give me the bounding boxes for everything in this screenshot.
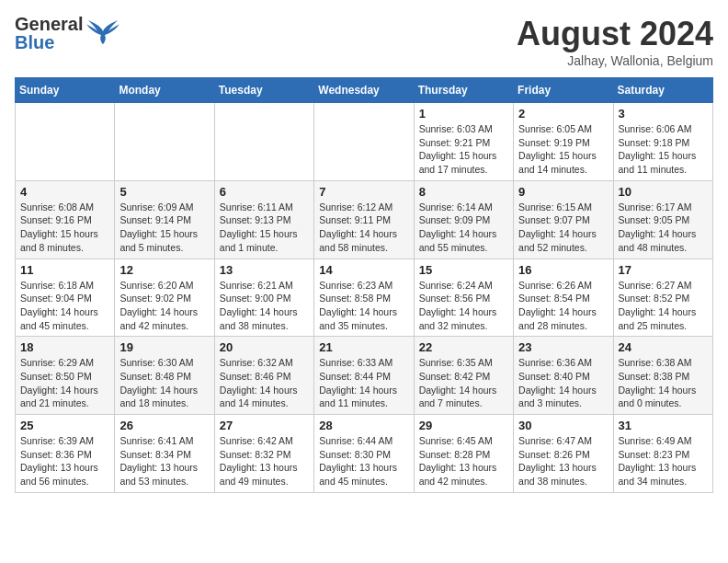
calendar-cell: 15Sunrise: 6:24 AM Sunset: 8:56 PM Dayli… — [414, 259, 513, 337]
week-row-3: 11Sunrise: 6:18 AM Sunset: 9:04 PM Dayli… — [16, 259, 713, 337]
day-number: 9 — [518, 185, 608, 199]
header-row: SundayMondayTuesdayWednesdayThursdayFrid… — [16, 78, 713, 103]
day-number: 12 — [119, 263, 209, 277]
day-info: Sunrise: 6:06 AM Sunset: 9:18 PM Dayligh… — [619, 122, 708, 177]
calendar-cell: 25Sunrise: 6:39 AM Sunset: 8:36 PM Dayli… — [16, 415, 115, 493]
logo-blue: Blue — [15, 33, 83, 52]
calendar-cell: 1Sunrise: 6:03 AM Sunset: 9:21 PM Daylig… — [414, 103, 513, 181]
day-number: 6 — [220, 185, 309, 199]
calendar-cell: 10Sunrise: 6:17 AM Sunset: 9:05 PM Dayli… — [613, 180, 712, 259]
day-number: 16 — [518, 263, 608, 277]
calendar-cell: 22Sunrise: 6:35 AM Sunset: 8:42 PM Dayli… — [414, 337, 513, 415]
calendar-cell: 9Sunrise: 6:15 AM Sunset: 9:07 PM Daylig… — [514, 180, 613, 259]
day-info: Sunrise: 6:08 AM Sunset: 9:16 PM Dayligh… — [20, 201, 109, 255]
day-info: Sunrise: 6:15 AM Sunset: 9:07 PM Dayligh… — [518, 201, 608, 255]
day-number: 15 — [419, 263, 508, 277]
day-number: 29 — [419, 419, 508, 432]
logo-bird-icon — [86, 18, 119, 48]
day-number: 7 — [319, 185, 408, 199]
calendar-cell: 4Sunrise: 6:08 AM Sunset: 9:16 PM Daylig… — [16, 180, 115, 259]
calendar-cell: 29Sunrise: 6:45 AM Sunset: 8:28 PM Dayli… — [414, 415, 513, 493]
page-header: General Blue August 2024 Jalhay, Walloni… — [15, 15, 713, 68]
calendar-cell — [115, 103, 214, 181]
calendar-cell: 13Sunrise: 6:21 AM Sunset: 9:00 PM Dayli… — [214, 259, 313, 337]
day-number: 21 — [319, 340, 408, 354]
calendar-cell: 28Sunrise: 6:44 AM Sunset: 8:30 PM Dayli… — [314, 415, 414, 493]
day-info: Sunrise: 6:38 AM Sunset: 8:38 PM Dayligh… — [619, 356, 708, 410]
day-number: 23 — [518, 340, 608, 354]
calendar-cell: 16Sunrise: 6:26 AM Sunset: 8:54 PM Dayli… — [514, 259, 613, 337]
day-info: Sunrise: 6:41 AM Sunset: 8:34 PM Dayligh… — [119, 434, 209, 488]
day-header-tuesday: Tuesday — [214, 78, 313, 103]
day-info: Sunrise: 6:17 AM Sunset: 9:05 PM Dayligh… — [619, 201, 708, 255]
day-info: Sunrise: 6:49 AM Sunset: 8:23 PM Dayligh… — [619, 434, 708, 488]
day-info: Sunrise: 6:05 AM Sunset: 9:19 PM Dayligh… — [518, 122, 608, 177]
day-info: Sunrise: 6:42 AM Sunset: 8:32 PM Dayligh… — [220, 434, 309, 488]
day-number: 14 — [319, 263, 408, 277]
day-info: Sunrise: 6:27 AM Sunset: 8:52 PM Dayligh… — [619, 279, 708, 333]
day-header-sunday: Sunday — [16, 78, 115, 103]
day-header-friday: Friday — [514, 78, 613, 103]
day-info: Sunrise: 6:21 AM Sunset: 9:00 PM Dayligh… — [220, 279, 309, 333]
calendar-cell: 26Sunrise: 6:41 AM Sunset: 8:34 PM Dayli… — [115, 415, 214, 493]
day-info: Sunrise: 6:23 AM Sunset: 8:58 PM Dayligh… — [319, 279, 408, 333]
day-number: 17 — [619, 263, 708, 277]
day-info: Sunrise: 6:11 AM Sunset: 9:13 PM Dayligh… — [220, 201, 309, 255]
day-number: 13 — [220, 263, 309, 277]
day-number: 28 — [319, 419, 408, 432]
day-number: 24 — [619, 340, 708, 354]
day-info: Sunrise: 6:32 AM Sunset: 8:46 PM Dayligh… — [220, 356, 309, 410]
day-info: Sunrise: 6:36 AM Sunset: 8:40 PM Dayligh… — [518, 356, 608, 410]
calendar-cell — [214, 103, 313, 181]
day-number: 5 — [119, 185, 209, 199]
day-info: Sunrise: 6:47 AM Sunset: 8:26 PM Dayligh… — [518, 434, 608, 488]
day-info: Sunrise: 6:33 AM Sunset: 8:44 PM Dayligh… — [319, 356, 408, 410]
title-area: August 2024 Jalhay, Wallonia, Belgium — [517, 15, 713, 68]
day-info: Sunrise: 6:39 AM Sunset: 8:36 PM Dayligh… — [20, 434, 109, 488]
day-number: 8 — [419, 185, 508, 199]
calendar-cell: 12Sunrise: 6:20 AM Sunset: 9:02 PM Dayli… — [115, 259, 214, 337]
calendar-cell: 5Sunrise: 6:09 AM Sunset: 9:14 PM Daylig… — [115, 180, 214, 259]
day-number: 25 — [20, 419, 109, 432]
calendar-cell: 20Sunrise: 6:32 AM Sunset: 8:46 PM Dayli… — [214, 337, 313, 415]
day-info: Sunrise: 6:44 AM Sunset: 8:30 PM Dayligh… — [319, 434, 408, 488]
day-info: Sunrise: 6:12 AM Sunset: 9:11 PM Dayligh… — [319, 201, 408, 255]
week-row-4: 18Sunrise: 6:29 AM Sunset: 8:50 PM Dayli… — [16, 337, 713, 415]
calendar-cell: 23Sunrise: 6:36 AM Sunset: 8:40 PM Dayli… — [514, 337, 613, 415]
calendar-cell: 8Sunrise: 6:14 AM Sunset: 9:09 PM Daylig… — [414, 180, 513, 259]
calendar-cell: 7Sunrise: 6:12 AM Sunset: 9:11 PM Daylig… — [314, 180, 414, 259]
calendar-cell: 31Sunrise: 6:49 AM Sunset: 8:23 PM Dayli… — [613, 415, 712, 493]
calendar-cell: 11Sunrise: 6:18 AM Sunset: 9:04 PM Dayli… — [16, 259, 115, 337]
day-number: 4 — [20, 185, 109, 199]
location: Jalhay, Wallonia, Belgium — [517, 53, 713, 68]
month-title: August 2024 — [517, 15, 713, 53]
calendar-cell: 17Sunrise: 6:27 AM Sunset: 8:52 PM Dayli… — [613, 259, 712, 337]
calendar-cell: 30Sunrise: 6:47 AM Sunset: 8:26 PM Dayli… — [514, 415, 613, 493]
day-info: Sunrise: 6:35 AM Sunset: 8:42 PM Dayligh… — [419, 356, 508, 410]
logo-text: General Blue — [15, 15, 83, 52]
week-row-5: 25Sunrise: 6:39 AM Sunset: 8:36 PM Dayli… — [16, 415, 713, 493]
calendar-cell: 27Sunrise: 6:42 AM Sunset: 8:32 PM Dayli… — [214, 415, 313, 493]
day-header-monday: Monday — [115, 78, 214, 103]
calendar-table: SundayMondayTuesdayWednesdayThursdayFrid… — [15, 77, 713, 493]
day-header-wednesday: Wednesday — [314, 78, 414, 103]
day-number: 27 — [220, 419, 309, 432]
day-number: 31 — [619, 419, 708, 432]
day-number: 2 — [518, 107, 608, 121]
logo-general: General — [15, 15, 83, 33]
week-row-1: 1Sunrise: 6:03 AM Sunset: 9:21 PM Daylig… — [16, 103, 713, 181]
day-number: 1 — [419, 107, 508, 121]
calendar-cell — [16, 103, 115, 181]
day-info: Sunrise: 6:20 AM Sunset: 9:02 PM Dayligh… — [119, 279, 209, 333]
day-info: Sunrise: 6:45 AM Sunset: 8:28 PM Dayligh… — [419, 434, 508, 488]
calendar-cell: 6Sunrise: 6:11 AM Sunset: 9:13 PM Daylig… — [214, 180, 313, 259]
day-number: 20 — [220, 340, 309, 354]
day-info: Sunrise: 6:18 AM Sunset: 9:04 PM Dayligh… — [20, 279, 109, 333]
week-row-2: 4Sunrise: 6:08 AM Sunset: 9:16 PM Daylig… — [16, 180, 713, 259]
calendar-cell: 2Sunrise: 6:05 AM Sunset: 9:19 PM Daylig… — [514, 103, 613, 181]
calendar-cell: 19Sunrise: 6:30 AM Sunset: 8:48 PM Dayli… — [115, 337, 214, 415]
day-info: Sunrise: 6:14 AM Sunset: 9:09 PM Dayligh… — [419, 201, 508, 255]
day-number: 30 — [518, 419, 608, 432]
calendar-cell: 3Sunrise: 6:06 AM Sunset: 9:18 PM Daylig… — [613, 103, 712, 181]
day-header-thursday: Thursday — [414, 78, 513, 103]
